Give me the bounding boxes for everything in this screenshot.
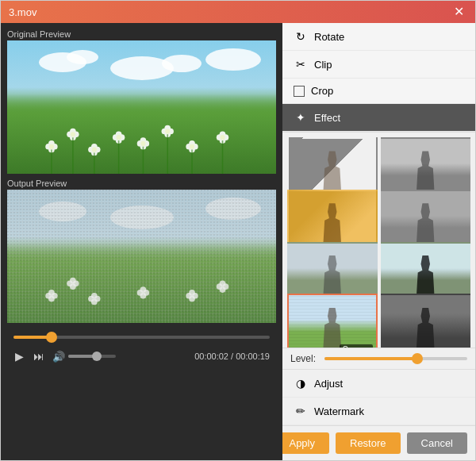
menu-item-effect[interactable]: ✦ Effect [282,104,475,132]
bottom-menu: ◑ Adjust ✏ Watermark [282,369,475,425]
rotate-label: Rotate [314,31,344,43]
original-preview-box [7,40,276,174]
svg-point-67 [192,293,198,299]
person-8 [410,308,440,348]
svg-point-54 [67,280,73,286]
footer: Apply Restore Cancel [282,425,475,460]
effect-icon: ✦ [294,110,308,125]
menu-list: ↻ Rotate ✂ Clip Crop ✦ Effect [282,23,475,133]
crop-label: Crop [311,85,333,97]
level-fill [324,357,417,360]
output-preview-box [7,190,276,323]
effect-thumb-8[interactable] [381,294,471,348]
cloud-4 [162,55,202,72]
level-track[interactable] [324,357,467,360]
transport-area: ▶ ⏭ 🔊 00:00:02 / 00:00:19 [7,328,276,371]
person-4 [410,203,440,246]
output-flowers-layer [7,250,276,323]
level-thumb[interactable] [412,353,423,364]
volume-thumb[interactable] [92,352,102,361]
original-preview-section: Original Preview [7,29,276,174]
svg-point-62 [137,290,144,296]
svg-point-29 [165,129,170,133]
play-button[interactable]: ▶ [13,348,25,364]
title-bar: 3.mov ✕ [1,1,475,23]
left-panel: Original Preview [1,23,282,460]
restore-button[interactable]: Restore [336,432,401,454]
person-7 [317,308,347,348]
svg-point-51 [52,293,58,299]
adjust-label: Adjust [314,378,343,390]
svg-point-50 [45,293,52,299]
seek-bar[interactable] [13,336,270,339]
svg-point-71 [223,283,229,290]
person-5 [317,255,347,298]
next-frame-button[interactable]: ⏭ [32,348,46,364]
time-total: 00:00:19 [236,352,270,361]
output-preview-section: Output Preview [7,179,276,323]
rotate-icon: ↻ [294,29,308,44]
watermark-label: Watermark [314,405,364,417]
right-panel: ↻ Rotate ✂ Clip Crop ✦ Effect [282,23,475,460]
cloud-5 [205,48,261,71]
menu-item-adjust[interactable]: ◑ Adjust [282,370,475,398]
flowers-svg [7,101,276,174]
output-flowers-svg [7,250,276,323]
svg-point-55 [73,280,79,286]
svg-point-66 [186,293,192,299]
person-3 [317,203,347,246]
time-current: 00:00:02 [194,352,228,361]
person-1 [317,151,347,194]
watermark-icon: ✏ [294,404,308,418]
svg-point-39 [220,135,225,140]
flowers-layer [7,101,276,174]
volume-container: 🔊 [52,351,116,363]
svg-point-24 [140,140,145,145]
cloud-2 [67,50,98,64]
original-scene [7,40,276,174]
level-row: Level: [282,348,475,369]
effect-label: Effect [314,112,340,124]
menu-item-watermark[interactable]: ✏ Watermark [282,398,475,425]
original-preview-label: Original Preview [7,29,276,39]
volume-icon: 🔊 [52,351,65,363]
volume-bar[interactable] [68,355,116,358]
adjust-icon: ◑ [294,376,308,390]
svg-point-59 [94,295,101,302]
person-6 [410,255,440,298]
cancel-button[interactable]: Cancel [407,432,467,454]
level-label: Level: [290,353,318,364]
crop-icon [294,86,305,97]
output-scene [7,190,276,323]
effect-label-canvas: Canvas [340,344,373,348]
svg-point-19 [117,135,121,140]
effect-thumb-7[interactable]: Canvas [287,294,378,348]
menu-item-rotate[interactable]: ↻ Rotate [282,23,475,51]
window-title: 3.mov [9,6,36,18]
output-preview-label: Output Preview [7,179,276,188]
effect-grid: Canvas [282,133,475,348]
apply-button[interactable]: Apply [282,432,329,454]
svg-point-70 [217,283,223,290]
svg-point-63 [143,290,149,296]
main-content: Original Preview [1,23,475,460]
time-display: 00:00:02 / 00:00:19 [194,352,270,361]
menu-item-crop[interactable]: Crop [282,79,475,104]
time-separator: / [228,352,236,361]
clip-icon: ✂ [294,57,308,71]
main-window: 3.mov ✕ Original Preview [0,0,476,461]
clip-label: Clip [314,59,332,71]
svg-point-9 [71,132,75,136]
menu-item-clip[interactable]: ✂ Clip [282,51,475,79]
svg-point-58 [88,295,94,302]
svg-point-34 [190,144,194,148]
person-2 [410,151,440,194]
seek-thumb[interactable] [46,332,57,343]
close-button[interactable]: ✕ [451,6,467,18]
svg-point-4 [49,144,54,148]
seek-bar-container[interactable] [13,331,270,344]
controls-row: ▶ ⏭ 🔊 00:00:02 / 00:00:19 [13,348,270,364]
svg-point-14 [92,147,97,152]
